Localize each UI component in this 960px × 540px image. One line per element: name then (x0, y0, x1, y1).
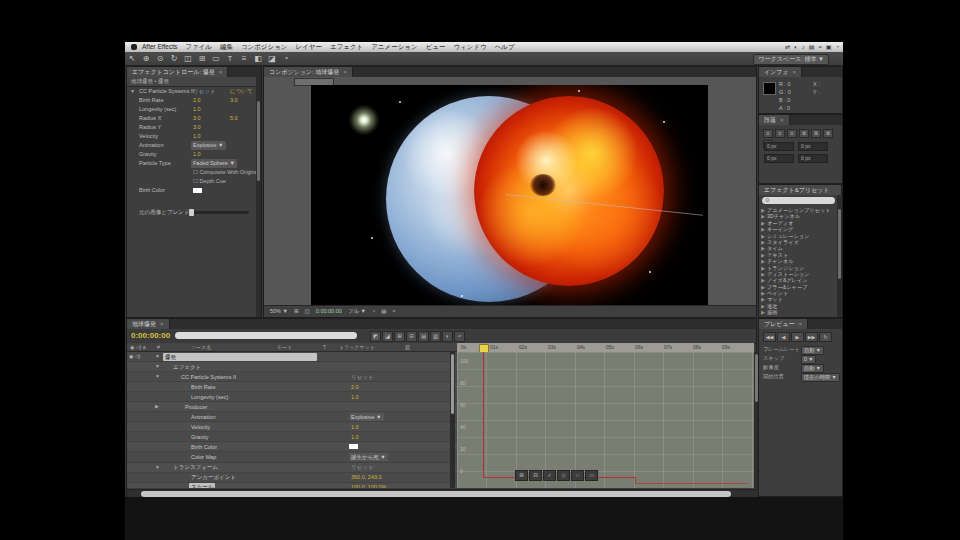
transport-button[interactable]: ▶ (791, 332, 804, 342)
close-icon[interactable]: × (343, 69, 347, 75)
close-icon[interactable]: × (799, 321, 803, 327)
twirl-icon[interactable]: ▶ (761, 309, 765, 315)
property-value[interactable]: 360.0, 243.0 (349, 473, 384, 481)
column-header[interactable]: 親 (405, 343, 410, 351)
status-icon[interactable]: ≈ (818, 44, 821, 50)
comp-toolbar-button[interactable]: 0:00:00:00 (316, 306, 342, 317)
comp-toolbar-button[interactable]: ▤ (381, 306, 386, 317)
timeline-row[interactable]: ▶ Producer (127, 402, 457, 412)
color-swatch[interactable] (193, 179, 202, 184)
twirl-icon[interactable]: ▶ (761, 303, 765, 309)
current-timecode[interactable]: 0:00:00:00 (131, 331, 170, 340)
timeline-row[interactable]: Longevity (sec) 1.0 (127, 392, 457, 402)
indent-left-field[interactable]: 0 px (764, 142, 794, 151)
property-value[interactable]: 3.0 (191, 114, 203, 123)
property-value[interactable]: 誕生から死 ▼ (349, 453, 388, 461)
menu-item[interactable]: エフェクト (330, 42, 363, 52)
timeline-row[interactable]: Color Map 誕生から死 ▼ (127, 452, 457, 462)
align-right-icon[interactable]: ≡ (787, 129, 797, 138)
slider-track[interactable] (191, 211, 249, 214)
property-label[interactable]: Birth Rate (189, 383, 217, 391)
tab-preview[interactable]: プレビュー× (759, 319, 808, 329)
close-icon[interactable]: × (160, 321, 164, 327)
effect-property-row[interactable]: Radius X 3.0 5.0 (127, 114, 256, 123)
effect-property-row[interactable]: Birth Color (127, 186, 256, 195)
effects-search-input[interactable]: ⊙ (762, 197, 835, 204)
effect-property-row[interactable]: ▼ CC Particle Systems II リセット について (127, 87, 256, 96)
status-icon[interactable]: ⇄ (785, 44, 790, 50)
close-icon[interactable]: × (219, 69, 223, 75)
tab-composition[interactable]: コンポジション: 地球爆発× (264, 67, 353, 77)
workspace-dropdown[interactable]: ワークスペース: 標準 ▼ (753, 54, 829, 65)
tool-icon[interactable]: ↖ (125, 52, 139, 65)
property-value[interactable]: 1.0 (191, 105, 203, 114)
justify-right-icon[interactable]: ≣ (823, 129, 833, 138)
property-value[interactable]: 1.0 (191, 132, 203, 141)
transport-button[interactable]: ◀◀ (763, 332, 776, 342)
timeline-row[interactable]: Birth Color (127, 442, 457, 452)
property-value[interactable] (349, 363, 353, 371)
column-header[interactable]: ソース名 (191, 343, 211, 351)
property-value-2[interactable]: 3.0 (230, 96, 238, 105)
menu-item[interactable]: ヘルプ (495, 42, 515, 52)
comp-toolbar-button[interactable]: 50% ▼ (270, 306, 288, 317)
twirl-icon[interactable]: ▶ (761, 277, 765, 283)
twirl-icon[interactable]: ▶ (761, 239, 765, 245)
graph-tool-button[interactable]: ∩ (571, 470, 584, 481)
column-header[interactable]: トラックマット (339, 343, 375, 351)
twirl-icon[interactable]: ▶ (761, 220, 765, 226)
comp-toolbar-button[interactable]: ◔ (372, 306, 375, 317)
timeline-row[interactable]: ▼ トランスフォーム リセット (127, 463, 457, 473)
property-value-2[interactable]: について (230, 87, 253, 96)
close-icon[interactable]: × (793, 69, 797, 75)
transport-button[interactable]: ▶▶ (805, 332, 818, 342)
timeline-row[interactable]: ◉ ◁) ▼ 爆発 (127, 352, 457, 362)
tool-icon[interactable]: ◫ (181, 52, 195, 65)
twirl-icon[interactable]: ▼ (155, 352, 160, 361)
layer-visibility-icon[interactable]: ◉ ◁) (129, 352, 151, 361)
timeline-row[interactable]: アンカーポイント 360.0, 243.0 (127, 473, 457, 483)
tool-icon[interactable]: ⊕ (139, 52, 153, 65)
menu-item[interactable]: ビュー (426, 42, 446, 52)
property-label[interactable]: トランスフォーム (171, 463, 220, 471)
property-label[interactable]: Color Map (189, 453, 218, 461)
tool-icon[interactable]: ▭ (209, 52, 223, 65)
timeline-row[interactable]: スケール 100.0, 100.0% (127, 483, 457, 488)
status-icon[interactable]: ▣ (826, 44, 832, 50)
column-header[interactable]: ◉ ◁) a (130, 343, 145, 351)
graph-tool-button[interactable]: ✓ (543, 470, 556, 481)
slider-thumb[interactable] (189, 209, 194, 216)
property-label[interactable]: Birth Color (189, 443, 219, 451)
transport-button[interactable]: ◀ (777, 332, 790, 342)
timeline-switch-icon[interactable]: ◩ (370, 331, 381, 342)
property-value[interactable]: Explosive ▼ (191, 141, 226, 150)
comp-toolbar-button[interactable]: ⊞ (294, 306, 299, 317)
align-center-icon[interactable]: ≡ (775, 129, 785, 138)
property-label[interactable]: CC Particle Systems II (179, 373, 238, 381)
property-value[interactable]: 100.0, 100.0% (349, 483, 388, 488)
graph-tool-button[interactable]: ⊞ (515, 470, 528, 481)
effect-controls-scrollbar[interactable] (256, 77, 261, 317)
tool-icon[interactable]: ≡ (237, 52, 251, 65)
space-after-field[interactable]: 0 px (798, 154, 828, 163)
status-icon[interactable]: ♪ (802, 44, 805, 50)
align-left-icon[interactable]: ≡ (763, 129, 773, 138)
effect-property-row[interactable]: Gravity 1.0 (127, 150, 256, 159)
graph-editor[interactable]: 100806040200 (457, 352, 754, 488)
property-value-2[interactable]: 5.0 (230, 114, 238, 123)
timeline-switch-icon[interactable]: ⊟ (406, 331, 417, 342)
timeline-row[interactable]: Velocity 1.0 (127, 422, 457, 432)
status-icon[interactable]: ◐ (794, 44, 798, 50)
comp-toolbar-button[interactable]: ≈ (393, 306, 396, 317)
menu-item[interactable]: ファイル (185, 42, 212, 52)
current-time-indicator[interactable] (483, 352, 484, 477)
timeline-row[interactable]: ▼ CC Particle Systems II リセット (127, 372, 457, 382)
property-label[interactable]: Longevity (sec) (189, 393, 230, 401)
timeline-row[interactable]: Birth Rate 2.0 (127, 382, 457, 392)
twirl-icon[interactable]: ▼ (155, 372, 160, 381)
property-value[interactable]: 1.0 (349, 433, 361, 441)
timeline-horizontal-scrollbar[interactable] (127, 489, 758, 497)
twirl-icon[interactable]: ▶ (761, 252, 765, 258)
transport-button[interactable]: ↻ (819, 332, 832, 342)
property-label[interactable]: スケール (189, 483, 215, 488)
